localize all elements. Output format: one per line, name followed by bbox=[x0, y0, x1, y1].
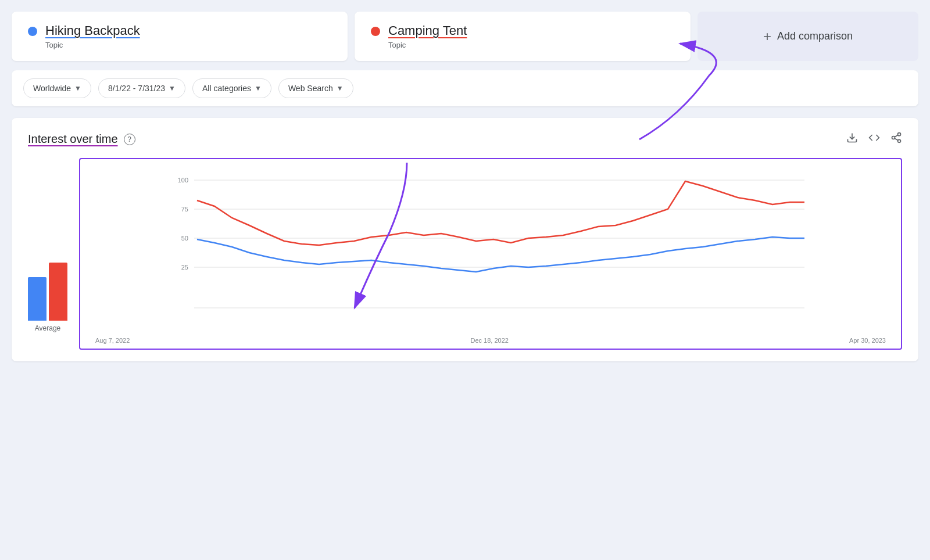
download-icon[interactable] bbox=[846, 132, 858, 146]
x-label-apr: Apr 30, 2023 bbox=[849, 337, 886, 344]
add-comparison-label: Add comparison bbox=[777, 30, 853, 42]
filter-search-type[interactable]: Web Search ▼ bbox=[278, 78, 353, 98]
help-icon[interactable]: ? bbox=[124, 134, 135, 145]
svg-point-1 bbox=[898, 133, 901, 136]
avg-label: Average bbox=[35, 324, 60, 332]
topic-card-hiking-backpack: Hiking Backpack Topic bbox=[12, 12, 348, 61]
topic-type-hiking: Topic bbox=[45, 41, 140, 49]
chart-body: Average 100 75 50 25 bbox=[28, 158, 902, 350]
avg-bar-blue bbox=[28, 277, 46, 321]
chevron-down-icon: ▼ bbox=[169, 84, 176, 92]
filter-location-label: Worldwide bbox=[33, 84, 71, 93]
topic-info-camping: Camping Tent Topic bbox=[388, 23, 467, 49]
chevron-down-icon: ▼ bbox=[255, 84, 262, 92]
filter-category-label: All categories bbox=[202, 84, 251, 93]
filter-date-label: 8/1/22 - 7/31/23 bbox=[108, 84, 165, 93]
svg-point-2 bbox=[892, 137, 895, 139]
svg-text:50: 50 bbox=[181, 235, 188, 242]
x-label-dec: Dec 18, 2022 bbox=[470, 337, 508, 344]
chevron-down-icon: ▼ bbox=[74, 84, 81, 92]
line-chart-svg: 100 75 50 25 bbox=[90, 168, 892, 331]
topic-dot-red bbox=[371, 27, 380, 36]
svg-line-5 bbox=[895, 135, 898, 137]
svg-line-4 bbox=[895, 138, 898, 140]
topic-card-camping-tent: Camping Tent Topic bbox=[355, 12, 691, 61]
topic-info-hiking: Hiking Backpack Topic bbox=[45, 23, 140, 49]
embed-icon[interactable] bbox=[868, 132, 880, 146]
filters-bar: Worldwide ▼ 8/1/22 - 7/31/23 ▼ All categ… bbox=[12, 70, 918, 106]
topic-name-camping[interactable]: Camping Tent bbox=[388, 23, 467, 38]
svg-text:75: 75 bbox=[181, 206, 188, 213]
filter-category[interactable]: All categories ▼ bbox=[192, 78, 271, 98]
filter-date[interactable]: 8/1/22 - 7/31/23 ▼ bbox=[98, 78, 185, 98]
avg-bar-red bbox=[49, 263, 67, 321]
svg-text:100: 100 bbox=[178, 177, 188, 184]
x-axis-labels: Aug 7, 2022 Dec 18, 2022 Apr 30, 2023 bbox=[90, 333, 892, 344]
avg-bar-section: Average bbox=[28, 158, 79, 350]
plus-icon: + bbox=[763, 28, 771, 45]
topic-type-camping: Topic bbox=[388, 41, 467, 49]
filter-search-type-label: Web Search bbox=[288, 84, 333, 93]
line-chart-wrapper: 100 75 50 25 Aug 7, 2022 Dec 18, 2022 Ap… bbox=[79, 158, 902, 350]
chevron-down-icon: ▼ bbox=[337, 84, 344, 92]
chart-header: Interest over time ? bbox=[28, 132, 902, 146]
chart-title-area: Interest over time ? bbox=[28, 132, 135, 146]
camping-tent-line bbox=[197, 181, 804, 245]
svg-text:25: 25 bbox=[181, 264, 188, 271]
chart-actions bbox=[846, 132, 902, 146]
topic-dot-blue bbox=[28, 27, 37, 36]
chart-section: Interest over time ? bbox=[12, 118, 918, 361]
chart-title: Interest over time bbox=[28, 132, 118, 146]
topic-name-hiking[interactable]: Hiking Backpack bbox=[45, 23, 140, 38]
avg-bars bbox=[28, 251, 67, 321]
filter-location[interactable]: Worldwide ▼ bbox=[23, 78, 91, 98]
x-label-aug: Aug 7, 2022 bbox=[95, 337, 130, 344]
share-icon[interactable] bbox=[890, 132, 902, 146]
svg-point-3 bbox=[898, 139, 901, 142]
add-comparison-button[interactable]: + Add comparison bbox=[698, 12, 918, 61]
